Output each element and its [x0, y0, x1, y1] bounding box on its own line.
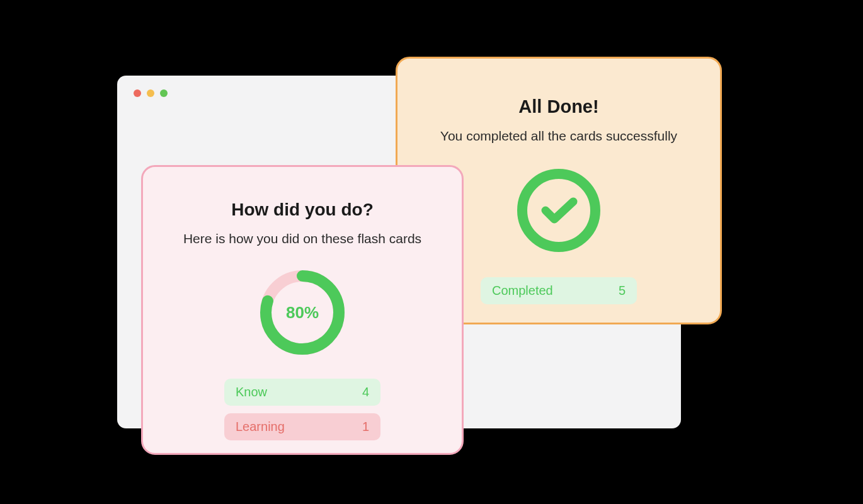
results-card: How did you do? Here is how you did on t… — [141, 165, 464, 455]
completed-label: Completed — [492, 284, 553, 298]
all-done-subtitle: You completed all the cards successfully — [440, 129, 677, 144]
stats-container: Know 4 Learning 1 — [224, 379, 380, 440]
know-stat-row: Know 4 — [224, 379, 380, 406]
maximize-window-icon[interactable] — [160, 89, 168, 97]
completed-value: 5 — [619, 284, 626, 298]
know-value: 4 — [362, 385, 369, 399]
know-label: Know — [236, 385, 267, 399]
all-done-title: All Done! — [518, 96, 598, 117]
completed-stat-row: Completed 5 — [481, 277, 637, 304]
progress-percentage: 80% — [286, 303, 319, 323]
results-subtitle: Here is how you did on these flash cards — [183, 231, 421, 246]
results-title: How did you do? — [231, 200, 374, 220]
learning-value: 1 — [362, 420, 369, 434]
learning-label: Learning — [236, 420, 285, 434]
close-window-icon[interactable] — [134, 89, 141, 97]
minimize-window-icon[interactable] — [147, 89, 154, 97]
learning-stat-row: Learning 1 — [224, 413, 380, 440]
checkmark-circle-icon — [516, 168, 602, 253]
progress-ring-chart: 80% — [255, 265, 350, 360]
